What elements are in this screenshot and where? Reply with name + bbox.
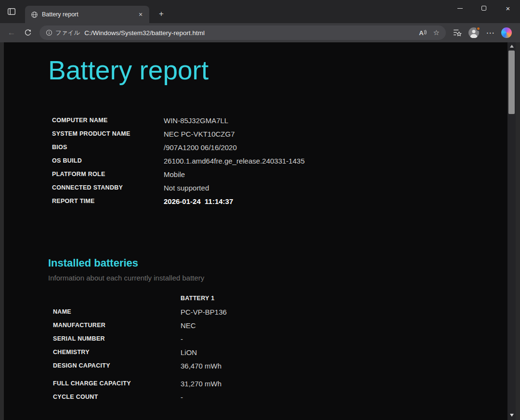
browser-tab[interactable]: Battery report × bbox=[25, 6, 149, 23]
scroll-up-arrow[interactable] bbox=[507, 42, 516, 50]
table-row: CYCLE COUNT - bbox=[53, 390, 227, 404]
tab-title: Battery report bbox=[42, 11, 132, 18]
back-button[interactable]: ← bbox=[4, 25, 19, 40]
info-value: LiON bbox=[181, 348, 227, 356]
info-label: OS BUILD bbox=[52, 157, 164, 164]
navigation-toolbar: ← ファイル C:/Windows/System32/battery-repor… bbox=[0, 23, 520, 42]
copilot-button[interactable] bbox=[499, 25, 514, 40]
globe-favicon-icon bbox=[31, 11, 38, 18]
info-label: REPORT TIME bbox=[52, 198, 164, 204]
table-header-row: BATTERY 1 bbox=[53, 292, 227, 305]
favorite-star-icon: ☆ bbox=[433, 29, 440, 37]
url-text: C:/Windows/System32/battery-report.html bbox=[84, 29, 205, 37]
scroll-down-arrow[interactable] bbox=[507, 411, 516, 419]
info-value: Not supported bbox=[164, 184, 305, 192]
maximize-button[interactable] bbox=[472, 0, 496, 16]
titlebar: Battery report × + × bbox=[0, 0, 520, 23]
system-info-table: COMPUTER NAME WIN-85J32GMA7LL SYSTEM PRO… bbox=[52, 114, 305, 208]
table-row: SERIAL NUMBER - bbox=[53, 332, 227, 345]
tab-actions-button[interactable] bbox=[5, 5, 18, 18]
copilot-icon bbox=[501, 27, 512, 38]
maximize-icon bbox=[481, 6, 486, 11]
report-title: Battery report bbox=[48, 55, 208, 86]
triangle-down-icon bbox=[510, 414, 514, 417]
tab-actions-icon bbox=[7, 7, 16, 16]
info-label: FULL CHARGE CAPACITY bbox=[53, 380, 181, 387]
table-row: COMPUTER NAME WIN-85J32GMA7LL bbox=[52, 114, 305, 127]
profile-button[interactable] bbox=[466, 25, 481, 40]
installed-batteries-heading: Installed batteries bbox=[48, 257, 138, 269]
read-aloud-waves-icon bbox=[424, 30, 427, 35]
minimize-icon bbox=[457, 8, 463, 9]
table-row: REPORT TIME 2026-01-24 11:14:37 bbox=[52, 194, 305, 208]
settings-more-button[interactable]: ⋯ bbox=[482, 25, 498, 40]
scheme-label: ファイル bbox=[55, 29, 80, 37]
section-subtitle: Information about each currently install… bbox=[48, 274, 204, 282]
battery-table: BATTERY 1 NAME PC-VP-BP136 MANUFACTURER … bbox=[53, 292, 227, 404]
battery-report-page: Battery report COMPUTER NAME WIN-85J32GM… bbox=[4, 42, 516, 420]
info-label: COMPUTER NAME bbox=[52, 117, 164, 124]
info-label: MANUFACTURER bbox=[53, 322, 181, 329]
new-tab-button[interactable]: + bbox=[155, 8, 168, 20]
table-row: MANUFACTURER NEC bbox=[53, 318, 227, 332]
info-value: WIN-85J32GMA7LL bbox=[164, 116, 305, 125]
table-row: DESIGN CAPACITY 36,470 mWh bbox=[53, 359, 227, 372]
refresh-button[interactable] bbox=[20, 25, 36, 40]
refresh-icon bbox=[24, 29, 32, 37]
window-controls: × bbox=[448, 0, 520, 16]
table-row: NAME PC-VP-BP136 bbox=[53, 305, 227, 318]
info-label: CONNECTED STANDBY bbox=[52, 184, 164, 191]
info-label: BIOS bbox=[52, 144, 164, 151]
info-label: SERIAL NUMBER bbox=[53, 335, 181, 342]
close-button[interactable]: × bbox=[496, 0, 520, 16]
info-value: - bbox=[181, 335, 227, 343]
table-row: OS BUILD 26100.1.amd64fre.ge_release.240… bbox=[52, 154, 305, 167]
tab-close-button[interactable]: × bbox=[136, 10, 145, 19]
address-bar[interactable]: ファイル C:/Windows/System32/battery-report.… bbox=[39, 25, 446, 40]
scrollbar-thumb[interactable] bbox=[508, 51, 515, 114]
table-row: FULL CHARGE CAPACITY 31,270 mWh bbox=[53, 377, 227, 390]
table-row: BIOS /907A1200 06/16/2020 bbox=[52, 140, 305, 154]
info-value: 36,470 mWh bbox=[181, 362, 227, 370]
triangle-up-icon bbox=[510, 45, 514, 48]
favorites-icon bbox=[453, 28, 462, 37]
info-value: PC-VP-BP136 bbox=[181, 308, 227, 316]
info-label: CHEMISTRY bbox=[53, 349, 181, 356]
table-row: SYSTEM PRODUCT NAME NEC PC-VKT10CZG7 bbox=[52, 127, 305, 140]
column-header: BATTERY 1 bbox=[181, 295, 227, 302]
info-label: DESIGN CAPACITY bbox=[53, 362, 181, 369]
more-icon: ⋯ bbox=[486, 28, 494, 38]
info-value: Mobile bbox=[164, 170, 305, 178]
info-label: PLATFORM ROLE bbox=[52, 171, 164, 178]
info-icon bbox=[46, 29, 52, 36]
info-value: NEC PC-VKT10CZG7 bbox=[164, 130, 305, 138]
table-row: CONNECTED STANDBY Not supported bbox=[52, 181, 305, 194]
info-value: - bbox=[181, 393, 227, 401]
info-label: SYSTEM PRODUCT NAME bbox=[52, 130, 164, 137]
info-value: NEC bbox=[181, 321, 227, 330]
info-value: 31,270 mWh bbox=[181, 380, 227, 388]
site-info-chip[interactable]: ファイル bbox=[46, 29, 80, 37]
favorite-star-button[interactable]: ☆ bbox=[433, 29, 440, 37]
scrollbar[interactable] bbox=[507, 42, 516, 420]
info-label: NAME bbox=[53, 308, 181, 315]
info-value: 26100.1.amd64fre.ge_release.240331-1435 bbox=[164, 157, 305, 165]
table-row: PLATFORM ROLE Mobile bbox=[52, 167, 305, 181]
minimize-button[interactable] bbox=[448, 0, 472, 16]
omnibox-actions: A ☆ bbox=[419, 29, 440, 37]
read-aloud-button[interactable]: A bbox=[419, 30, 426, 36]
notification-dot bbox=[476, 26, 481, 31]
favorites-button[interactable] bbox=[450, 25, 465, 40]
table-row: CHEMISTRY LiON bbox=[53, 345, 227, 359]
read-aloud-icon: A bbox=[419, 30, 423, 36]
info-label: CYCLE COUNT bbox=[53, 394, 181, 400]
info-value: 2026-01-24 11:14:37 bbox=[164, 197, 305, 205]
info-value: /907A1200 06/16/2020 bbox=[164, 143, 305, 152]
